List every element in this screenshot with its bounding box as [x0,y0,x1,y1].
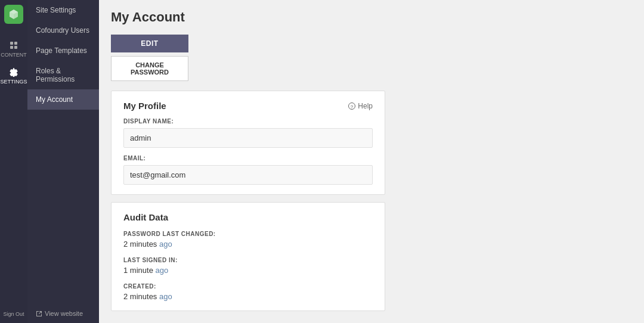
sidebar-item-site-settings[interactable]: Site Settings [27,0,99,20]
created-ago[interactable]: ago [159,292,172,301]
password-last-changed-value: 2 minutes ago [123,240,373,249]
main-content: My Account EDIT CHANGE PASSWORD My Profi… [99,0,644,323]
page-title: My Account [111,10,632,25]
change-password-button[interactable]: CHANGE PASSWORD [111,56,188,81]
audit-card-title: Audit Data [123,212,373,222]
email-label: EMAIL: [123,155,373,162]
password-last-changed-ago[interactable]: ago [159,240,172,249]
display-name-value: admin [123,128,373,148]
icon-nav-content[interactable]: CONTENT [0,36,27,63]
sidebar-item-page-templates[interactable]: Page Templates [27,41,99,61]
created-label: CREATED: [123,283,373,290]
my-profile-card: My Profile ? Help DISPLAY NAME: admin EM… [111,91,385,195]
last-signed-in-ago[interactable]: ago [156,266,169,275]
audit-card: Audit Data PASSWORD LAST CHANGED: 2 minu… [111,202,385,311]
action-buttons: EDIT CHANGE PASSWORD [111,35,188,81]
icon-nav-settings-label: SETTINGS [0,79,27,85]
svg-rect-2 [10,46,13,49]
nav-sidebar: Site Settings Cofoundry Users Page Templ… [27,0,99,323]
sidebar-item-cofoundry-users[interactable]: Cofoundry Users [27,20,99,41]
sidebar-item-roles-permissions[interactable]: Roles & Permissions [27,61,99,89]
sign-out-button[interactable]: Sign Out [0,305,27,323]
icon-nav-content-label: CONTENT [1,52,27,58]
svg-text:?: ? [351,104,354,110]
svg-rect-3 [14,46,17,49]
edit-button[interactable]: EDIT [111,35,188,52]
display-name-label: DISPLAY NAME: [123,118,373,125]
sidebar-item-my-account[interactable]: My Account [27,89,99,110]
icon-nav-settings[interactable]: SETTINGS [0,63,27,89]
created-value: 2 minutes ago [123,292,373,301]
svg-rect-0 [10,42,13,45]
icon-sidebar: CONTENT SETTINGS Sign Out [0,0,27,323]
last-signed-in-value: 1 minute ago [123,266,373,275]
logo-icon[interactable] [4,5,23,24]
profile-card-header: My Profile ? Help [123,101,373,111]
help-link[interactable]: ? Help [348,102,373,110]
password-last-changed-label: PASSWORD LAST CHANGED: [123,231,373,237]
profile-card-title: My Profile [123,101,166,111]
view-website-link[interactable]: View website [27,304,99,323]
last-signed-in-label: LAST SIGNED IN: [123,257,373,263]
svg-rect-1 [14,42,17,45]
email-value: test@gmail.com [123,165,373,185]
